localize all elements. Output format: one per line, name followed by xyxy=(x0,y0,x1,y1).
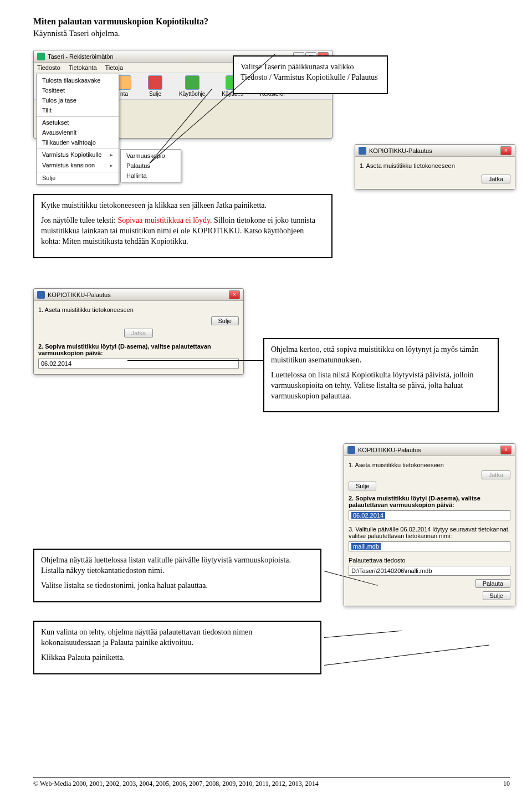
app-icon xyxy=(37,291,45,299)
sulje-button[interactable]: Sulje xyxy=(483,591,510,600)
callout-line xyxy=(324,644,489,666)
instruction-box-1: Valitse Taserin pääikkunasta valikko Tie… xyxy=(233,55,388,94)
menu-item-varmistus-kopiotikulle[interactable]: Varmistus Kopiotikulle▸ xyxy=(37,149,119,160)
app-icon xyxy=(359,147,366,155)
submenu-item-hallinta[interactable]: Hallinta xyxy=(121,171,181,181)
close-button[interactable]: × xyxy=(500,146,511,155)
list-item-db-selected[interactable]: malli.mdb xyxy=(351,543,381,550)
restore-path-field: D:\Taseri\20140206\malli.mdb xyxy=(349,566,510,576)
dialog-step-1: 1. Aseta muistitikku tietokoneeseen xyxy=(349,462,510,468)
window-title-text: KOPIOTIKKU-Palautus xyxy=(369,147,500,154)
window-title-text: KOPIOTIKKU-Palautus xyxy=(358,447,500,453)
instruction-text: Klikkaa Palauta painiketta. xyxy=(41,653,314,663)
dialog-step-2: 2. Sopiva muistitikku löytyi (D-asema), … xyxy=(349,495,510,508)
menu-item[interactable]: Tilikauden vaihtoajo xyxy=(37,137,119,147)
instruction-text: Valitse listalta se tiedostonimi, jonka … xyxy=(41,581,314,591)
palautus-dialog-2: KOPIOTIKKU-Palautus × 1. Aseta muistitik… xyxy=(33,288,244,375)
page-title: Miten palautan varmuuskopion Kopiotikult… xyxy=(33,17,510,27)
chevron-right-icon: ▸ xyxy=(110,162,113,169)
window-titlebar: KOPIOTIKKU-Palautus × xyxy=(355,145,515,157)
sulje-button[interactable]: Sulje xyxy=(349,482,376,490)
menu-item-sulje[interactable]: Sulje xyxy=(37,172,119,183)
toolbar-label: Sulje xyxy=(149,91,161,97)
instruction-box-3: Ohjelma kertoo, että sopiva muistitikku … xyxy=(263,338,499,412)
menu-item[interactable]: Tilit xyxy=(37,105,119,115)
restore-path-text: D:\Taseri\20140206\malli.mdb xyxy=(351,567,432,574)
menu-item[interactable]: Tulosta tilauskaavake xyxy=(37,75,119,85)
sulje-button[interactable]: Sulje xyxy=(211,316,239,325)
menu-tiedosto[interactable]: Tiedosto xyxy=(37,64,60,71)
list-item-date-selected[interactable]: 06.02.2014 xyxy=(351,512,385,519)
page-footer: © Web-Media 2000, 2001, 2002, 2003, 2004… xyxy=(33,777,510,788)
palautus-dialog-1: KOPIOTIKKU-Palautus × 1. Aseta muistitik… xyxy=(355,144,515,190)
menu-item-varmistus-kansioon[interactable]: Varmistus kansioon▸ xyxy=(37,160,119,171)
toolbar-item-close[interactable]: Sulje xyxy=(148,75,162,97)
submenu-item-varmuuskopio[interactable]: Varmuuskopio xyxy=(121,151,181,161)
toolbar-label: nta xyxy=(120,91,128,97)
dialog-step-2: 2. Sopiva muistitikku löytyi (D-asema), … xyxy=(38,343,239,356)
error-text: Sopivaa muistitikkua ei löydy. xyxy=(117,216,212,224)
jatka-button-disabled: Jatka xyxy=(124,329,153,337)
instruction-text: Kun valinta on tehty, ohjelma näyttää pa… xyxy=(41,627,314,648)
jatka-button-disabled: Jatka xyxy=(482,470,510,479)
dialog-step-1: 1. Aseta muistitikku tietokoneeseen xyxy=(360,162,510,169)
palauta-button[interactable]: Palauta xyxy=(475,579,510,588)
window-title-text: KOPIOTIKKU-Palautus xyxy=(48,291,229,298)
callout-line xyxy=(324,631,402,638)
instruction-text: Luettelossa on lista niistä Kopiotikulta… xyxy=(271,370,491,402)
callout-line xyxy=(127,360,266,361)
page-number: 10 xyxy=(503,780,510,788)
menu-item[interactable]: Avausviennit xyxy=(37,127,119,137)
menu-tietoja[interactable]: Tietoja xyxy=(105,64,123,71)
app-icon xyxy=(347,446,355,454)
instruction-box-5: Kun valinta on tehty, ohjelma näyttää pa… xyxy=(33,621,321,674)
db-listbox[interactable]: malli.mdb xyxy=(349,541,510,551)
close-button[interactable]: × xyxy=(500,446,511,454)
instruction-box-2: Kytke muistitikku tietokoneeseen ja klik… xyxy=(33,194,332,258)
window-titlebar: KOPIOTIKKU-Palautus × xyxy=(34,289,243,301)
menu-tietokanta[interactable]: Tietokanta xyxy=(69,64,97,71)
instruction-text: Jos näytölle tulee teksti: Sopivaa muist… xyxy=(41,216,325,247)
chevron-right-icon: ▸ xyxy=(110,151,113,158)
list-item-date[interactable]: 06.02.2014 xyxy=(41,360,71,367)
instruction-text: Kytke muistitikku tietokoneeseen ja klik… xyxy=(41,201,325,211)
palautus-dialog-3: KOPIOTIKKU-Palautus × 1. Aseta muistitik… xyxy=(344,443,515,606)
jatka-button[interactable]: Jatka xyxy=(482,175,510,183)
close-icon xyxy=(148,75,162,90)
submenu: Varmuuskopio Palautus Hallinta xyxy=(120,149,181,182)
instruction-box-4: Ohjelma näyttää luettelossa listan valit… xyxy=(33,549,321,602)
dialog-step-3: 3. Valitulle päivälle 06.02.2014 löytyy … xyxy=(349,526,510,539)
toolbar-item-manual[interactable]: Käyttöohje xyxy=(179,75,205,97)
restore-file-label: Palautettava tiedosto xyxy=(349,557,510,564)
window-titlebar: KOPIOTIKKU-Palautus × xyxy=(344,444,515,456)
instruction-text: Ohjelma kertoo, että sopiva muistitikku … xyxy=(271,345,491,366)
book-icon xyxy=(185,75,200,90)
menu-item[interactable]: Tositteet xyxy=(37,85,119,95)
tiedosto-dropdown: Tulosta tilauskaavake Tositteet Tulos ja… xyxy=(36,74,119,185)
date-listbox[interactable]: 06.02.2014 xyxy=(349,510,510,520)
page-subtitle: Käynnistä Taseri ohjelma. xyxy=(33,29,510,38)
dialog-step-1: 1. Aseta muistitikku tietokoneeseen xyxy=(38,306,239,313)
copyright-text: © Web-Media 2000, 2001, 2002, 2003, 2004… xyxy=(33,780,319,788)
close-button[interactable]: × xyxy=(229,290,240,299)
instruction-text: Ohjelma näyttää luettelossa listan valit… xyxy=(41,555,314,576)
menu-item[interactable]: Asetukset xyxy=(37,116,119,127)
menu-item[interactable]: Tulos ja tase xyxy=(37,95,119,105)
toolbar-label: Käyttöohje xyxy=(179,91,205,97)
app-icon xyxy=(37,53,45,60)
